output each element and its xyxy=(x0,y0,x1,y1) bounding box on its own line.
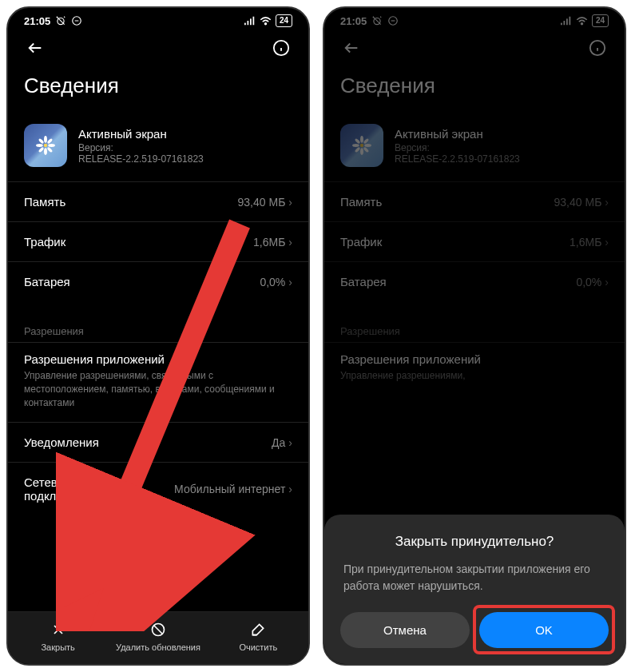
dialog-message: При принудительном закрытии приложения е… xyxy=(340,561,609,594)
svg-point-14 xyxy=(47,147,54,153)
svg-rect-2 xyxy=(244,23,246,26)
signal-icon xyxy=(561,16,572,26)
info-button[interactable] xyxy=(270,37,292,59)
app-name: Активный экран xyxy=(395,127,609,141)
app-permissions-item[interactable]: Разрешения приложений Управление разреше… xyxy=(324,342,625,396)
dnd-icon xyxy=(71,15,82,26)
page-title: Сведения xyxy=(324,66,625,114)
battery-item[interactable]: Батарея 0,0%› xyxy=(324,261,625,301)
alarm-off-icon xyxy=(371,15,383,26)
uninstall-button[interactable]: Удалить обновления xyxy=(108,620,208,653)
svg-point-6 xyxy=(264,23,266,25)
wifi-icon xyxy=(260,16,272,26)
clear-button[interactable]: Очистить xyxy=(208,620,308,653)
traffic-item[interactable]: Трафик 1,6МБ› xyxy=(324,221,625,261)
app-version-label: Версия: xyxy=(395,142,609,153)
chevron-right-icon: › xyxy=(288,436,292,449)
phone-screen-right: 21:05 24 xyxy=(323,6,626,666)
svg-point-12 xyxy=(48,144,55,147)
notifications-label: Уведомления xyxy=(24,435,99,449)
svg-point-31 xyxy=(360,148,363,155)
cancel-button[interactable]: Отмена xyxy=(340,612,470,648)
wifi-icon xyxy=(576,16,588,26)
permissions-header: Разрешения xyxy=(324,320,625,342)
alarm-off-icon xyxy=(55,15,66,26)
phone-screen-left: 21:05 24 xyxy=(6,6,310,666)
svg-point-34 xyxy=(355,138,361,145)
battery-label: Батарея xyxy=(340,275,387,288)
svg-point-30 xyxy=(360,136,363,143)
close-button[interactable]: Закрыть xyxy=(8,620,108,653)
battery-label: Батарея xyxy=(24,275,70,288)
info-button[interactable] xyxy=(586,37,609,59)
header xyxy=(8,30,308,66)
permissions-title: Разрешения приложений xyxy=(340,352,609,366)
svg-rect-26 xyxy=(569,17,570,26)
network-item[interactable]: Сетевые подключения Мобильный интернет› xyxy=(8,462,308,515)
network-label: Сетевые подключения xyxy=(24,475,144,503)
status-time: 21:05 xyxy=(24,15,50,27)
app-icon xyxy=(24,124,67,167)
status-time: 21:05 xyxy=(340,15,367,27)
app-info-row: Активный экран Версия: RELEASE-2.2.519-0… xyxy=(8,114,308,181)
svg-point-15 xyxy=(47,138,54,145)
battery-indicator: 24 xyxy=(592,14,609,27)
chevron-right-icon: › xyxy=(605,236,609,249)
page-title: Сведения xyxy=(8,66,308,114)
battery-item[interactable]: Батарея 0,0%› xyxy=(8,261,308,301)
clear-icon xyxy=(248,620,268,639)
svg-point-27 xyxy=(581,23,582,25)
back-button[interactable] xyxy=(24,37,46,59)
permissions-header: Разрешения xyxy=(8,320,308,342)
status-bar: 21:05 24 xyxy=(8,8,308,30)
svg-point-33 xyxy=(364,144,371,147)
svg-rect-5 xyxy=(252,17,254,26)
header xyxy=(324,30,625,66)
svg-rect-23 xyxy=(561,23,562,26)
svg-rect-4 xyxy=(250,18,252,25)
app-version: RELEASE-2.2.519-07161823 xyxy=(395,153,609,165)
back-button[interactable] xyxy=(340,37,363,59)
svg-point-36 xyxy=(363,138,370,145)
status-bar: 21:05 24 xyxy=(324,8,625,30)
memory-item[interactable]: Память 93,40 МБ› xyxy=(324,181,625,221)
svg-rect-3 xyxy=(247,21,248,25)
chevron-right-icon: › xyxy=(288,483,292,495)
app-info-row: Активный экран Версия: RELEASE-2.2.519-0… xyxy=(324,114,625,181)
svg-rect-25 xyxy=(566,18,568,25)
chevron-right-icon: › xyxy=(605,196,609,209)
svg-point-8 xyxy=(44,144,47,147)
app-name: Активный экран xyxy=(78,127,292,141)
memory-item[interactable]: Память 93,40 МБ› xyxy=(8,181,308,221)
chevron-right-icon: › xyxy=(288,236,292,249)
svg-point-10 xyxy=(44,148,47,155)
uninstall-icon xyxy=(149,620,168,639)
svg-rect-24 xyxy=(563,21,565,25)
close-icon xyxy=(49,620,68,639)
memory-label: Память xyxy=(340,195,382,209)
permissions-desc: Управление разрешениями, связанными с ме… xyxy=(24,369,292,409)
force-close-dialog: Закрыть принудительно? При принудительно… xyxy=(324,515,625,664)
svg-point-13 xyxy=(38,138,45,145)
app-version: RELEASE-2.2.519-07161823 xyxy=(78,153,292,165)
chevron-right-icon: › xyxy=(288,196,292,209)
chevron-right-icon: › xyxy=(288,276,292,288)
app-icon xyxy=(340,124,383,167)
permissions-desc: Управление разрешениями, xyxy=(340,369,609,383)
permissions-title: Разрешения приложений xyxy=(24,352,292,366)
signal-icon xyxy=(244,16,256,26)
battery-indicator: 24 xyxy=(276,14,292,27)
traffic-item[interactable]: Трафик 1,6МБ› xyxy=(8,221,308,261)
traffic-label: Трафик xyxy=(340,235,382,249)
chevron-right-icon: › xyxy=(605,276,609,288)
traffic-label: Трафик xyxy=(24,235,65,249)
svg-point-11 xyxy=(36,144,43,147)
notifications-item[interactable]: Уведомления Да› xyxy=(8,422,308,462)
memory-label: Память xyxy=(24,195,65,209)
app-permissions-item[interactable]: Разрешения приложений Управление разреше… xyxy=(8,342,308,422)
svg-point-16 xyxy=(38,147,45,153)
app-version-label: Версия: xyxy=(78,142,292,153)
ok-button[interactable]: OK xyxy=(479,612,609,648)
dialog-title: Закрыть принудительно? xyxy=(340,534,609,550)
svg-point-32 xyxy=(352,144,359,147)
